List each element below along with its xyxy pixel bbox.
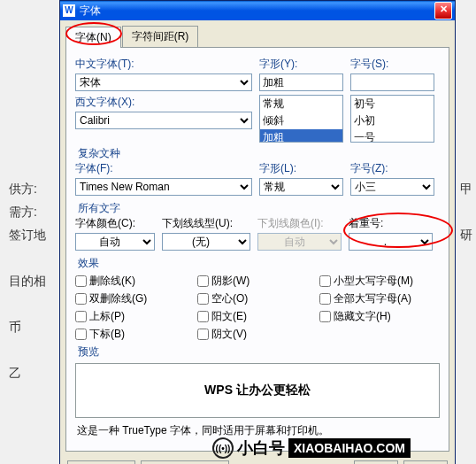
label-west-font: 西文字体(X): — [75, 95, 252, 110]
cancel-button[interactable]: 取消 — [403, 460, 448, 464]
chk-strike[interactable]: 删除线(K) — [75, 274, 188, 289]
effects-legend: 效果 — [75, 256, 440, 271]
font-dialog: W 字体 ✕ 字体(N) 字符间距(R) 中文字体(T): 宋体 字形(Y): … — [59, 0, 456, 464]
font-color-select[interactable]: 自动 — [75, 233, 155, 251]
brand-cn: 小白号 — [237, 437, 285, 459]
label-emphasis: 着重号: — [349, 216, 433, 231]
label-cx-font: 字体(F): — [75, 161, 252, 176]
tab-strip: 字体(N) 字符间距(R) — [60, 20, 455, 47]
complex-legend: 复杂文种 — [75, 146, 440, 161]
label-underline-color: 下划线颜色(I): — [257, 216, 342, 231]
titlebar: W 字体 ✕ — [60, 1, 455, 20]
west-font-select[interactable]: Calibri — [75, 112, 252, 129]
preview-desc: 这是一种 TrueType 字体，同时适用于屏幕和打印机。 — [77, 423, 438, 438]
chk-allcaps[interactable]: 全部大写字母(A) — [319, 291, 433, 306]
cx-size-select[interactable]: 小三 — [350, 178, 434, 196]
cx-font-select[interactable]: Times New Roman — [75, 178, 252, 196]
label-style: 字形(Y): — [259, 57, 343, 72]
brand-url: XIAOBAIHAO.COM — [288, 438, 411, 458]
app-icon: W — [63, 4, 75, 17]
style-input[interactable] — [259, 73, 343, 91]
brand-icon: ((•)) — [212, 437, 234, 459]
default-button[interactable]: 默认(D)... — [67, 460, 135, 464]
chk-engrave[interactable]: 阴文(V) — [197, 327, 311, 342]
tab-spacing[interactable]: 字符间距(R) — [122, 26, 199, 47]
emphasis-select[interactable]: . — [349, 233, 433, 251]
chk-super[interactable]: 上标(P) — [75, 309, 188, 324]
cx-style-select[interactable]: 常规 — [259, 178, 343, 196]
style-listbox[interactable]: 常规 倾斜 加粗 — [259, 95, 343, 143]
label-cx-size: 字号(Z): — [350, 161, 434, 176]
label-cx-style: 字形(L): — [259, 161, 343, 176]
underline-color-select[interactable]: 自动 — [257, 233, 342, 251]
close-button[interactable]: ✕ — [434, 2, 452, 19]
tab-font[interactable]: 字体(N) — [65, 27, 121, 48]
background-document-right: 甲 研 — [460, 177, 472, 246]
background-document: 供方: 需方: 签订地 目的相 币 乙 — [9, 177, 46, 384]
chk-hidden[interactable]: 隐藏文字(H) — [319, 309, 433, 324]
label-font-color: 字体颜色(C): — [75, 216, 155, 231]
chk-emboss[interactable]: 阳文(E) — [197, 309, 311, 324]
chk-smallcaps[interactable]: 小型大写字母(M) — [319, 274, 433, 289]
alltext-legend: 所有文字 — [75, 201, 440, 216]
cn-font-select[interactable]: 宋体 — [75, 73, 252, 91]
chk-dblstrike[interactable]: 双删除线(G) — [75, 291, 188, 306]
ok-button[interactable]: 确定 — [354, 460, 398, 464]
label-size: 字号(S): — [350, 57, 434, 72]
tab-content: 中文字体(T): 宋体 字形(Y): 字号(S): 西文字体(X): Calib… — [65, 47, 449, 452]
label-underline: 下划线线型(U): — [162, 216, 250, 231]
size-listbox[interactable]: 初号 小初 一号 — [350, 95, 434, 143]
preview-box: WPS 让办公更轻松 — [75, 363, 440, 418]
preview-legend: 预览 — [75, 344, 440, 360]
underline-select[interactable]: (无) — [162, 233, 250, 251]
size-input[interactable] — [350, 73, 434, 91]
window-title: 字体 — [80, 4, 434, 19]
watermark-brand: ((•)) 小白号 XIAOBAIHAO.COM — [212, 437, 411, 459]
chk-hollow[interactable]: 空心(O) — [197, 291, 311, 306]
chk-sub[interactable]: 下标(B) — [75, 327, 188, 342]
chk-shadow[interactable]: 阴影(W) — [197, 274, 311, 289]
label-cn-font: 中文字体(T): — [75, 57, 252, 72]
texteffects-button[interactable]: 文字效果(E)... — [141, 460, 229, 464]
